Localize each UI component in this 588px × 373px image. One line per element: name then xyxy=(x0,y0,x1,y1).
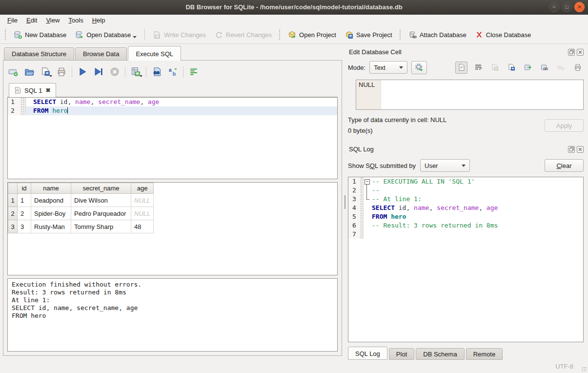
close-button[interactable]: ✕ xyxy=(574,2,585,12)
float-dock-icon[interactable] xyxy=(568,146,575,153)
tab-plot[interactable]: Plot xyxy=(389,348,414,360)
open-sql-file-icon[interactable] xyxy=(24,67,34,77)
encoding-indicator[interactable]: UTF-8 xyxy=(555,363,573,370)
minimize-button[interactable]: − xyxy=(549,2,559,12)
corner-header[interactable] xyxy=(8,183,18,194)
fold-spacer xyxy=(364,230,371,239)
fold-margin xyxy=(360,212,364,221)
menu-edit[interactable]: Edit xyxy=(22,16,41,25)
cell-id[interactable]: 3 xyxy=(18,220,31,233)
close-dock-icon[interactable] xyxy=(577,49,584,56)
mode-combobox[interactable]: Text xyxy=(369,61,407,74)
column-header-age[interactable]: age xyxy=(131,183,154,194)
clear-log-button[interactable]: Clear xyxy=(545,159,584,172)
cell-secret-name[interactable]: Pedro Parqueador xyxy=(71,207,131,220)
column-header-secret-name[interactable]: secret_name xyxy=(71,183,131,194)
menu-tools[interactable]: Tools xyxy=(64,16,87,25)
cell-name[interactable]: Rusty-Man xyxy=(31,220,71,233)
sql-editor[interactable]: 1 SELECT id, name, secret_name, age 2 FR… xyxy=(7,97,338,179)
save-sql-dropdown-caret[interactable] xyxy=(49,75,52,77)
save-sql-file-icon[interactable] xyxy=(41,67,50,77)
line-number: 4 xyxy=(348,204,360,212)
open-project-button[interactable]: Open Project xyxy=(284,28,341,41)
find-replace-icon[interactable]: ab xyxy=(168,67,178,77)
word-wrap-icon[interactable] xyxy=(472,62,484,74)
cell-age[interactable]: NULL xyxy=(131,207,154,220)
menubar: File Edit View Tools Help xyxy=(0,15,588,26)
cell-secret-name[interactable]: Tommy Sharp xyxy=(71,220,131,233)
float-dock-icon[interactable] xyxy=(568,49,575,56)
line-number: 1 xyxy=(8,98,20,106)
close-sql-tab-icon[interactable]: ✖ xyxy=(45,87,50,94)
maximize-button[interactable]: □ xyxy=(562,2,572,12)
window-controls: − □ ✕ xyxy=(549,2,585,12)
fold-margin xyxy=(360,230,364,239)
tab-execute-sql[interactable]: Execute SQL xyxy=(128,46,181,61)
results-message-splitter[interactable] xyxy=(7,275,338,278)
code-line: FROM hero xyxy=(26,106,337,115)
cell-id[interactable]: 2 xyxy=(18,207,31,220)
editor-results-splitter[interactable] xyxy=(7,179,338,182)
resize-grip[interactable] xyxy=(582,367,587,372)
tab-sql-log[interactable]: SQL Log xyxy=(348,347,387,360)
fold-collapse-icon[interactable] xyxy=(364,177,371,186)
tab-remote[interactable]: Remote xyxy=(466,348,503,360)
open-database-button[interactable]: Open Database xyxy=(71,28,141,41)
print-cell-icon[interactable] xyxy=(571,62,584,74)
row-header[interactable]: 3 xyxy=(8,220,18,233)
print-sql-icon[interactable] xyxy=(57,67,66,77)
find-icon[interactable] xyxy=(152,67,162,77)
cell-age[interactable]: 48 xyxy=(131,220,154,233)
cell-secret-name[interactable]: Dive Wilson xyxy=(71,194,131,207)
close-dock-icon[interactable] xyxy=(577,146,584,153)
execute-current-line-icon[interactable] xyxy=(94,67,103,77)
column-header-name[interactable]: name xyxy=(31,183,71,194)
cell-name[interactable]: Deadpond xyxy=(31,194,71,207)
cell-name[interactable]: Spider-Boy xyxy=(31,207,71,220)
link-cell-icon[interactable] xyxy=(538,62,550,74)
menu-file[interactable]: File xyxy=(3,16,22,25)
format-sql-icon[interactable] xyxy=(189,67,199,77)
open-database-dropdown-caret[interactable] xyxy=(133,36,137,38)
main-vertical-splitter[interactable] xyxy=(343,44,347,360)
new-database-button[interactable]: New Database xyxy=(9,28,71,41)
cell-id[interactable]: 1 xyxy=(18,194,31,207)
attach-database-button[interactable]: Attach Database xyxy=(404,28,471,41)
execute-all-icon[interactable] xyxy=(78,67,87,77)
toolbar-drag-handle[interactable] xyxy=(4,29,7,41)
apply-button: Apply xyxy=(545,119,584,132)
attach-database-icon xyxy=(408,31,417,39)
export-cell-icon[interactable] xyxy=(522,62,534,74)
save-results-icon[interactable] xyxy=(131,67,141,77)
sql-log-view[interactable]: 1 -- EXECUTING ALL IN 'SQL 1' 2 -- 3 -- … xyxy=(348,177,584,342)
save-results-dropdown-caret[interactable] xyxy=(140,75,142,77)
menu-help[interactable]: Help xyxy=(88,16,110,25)
row-header[interactable]: 2 xyxy=(8,207,18,220)
fold-margin xyxy=(360,195,364,204)
message-line: FROM hero xyxy=(12,312,333,320)
combo-arrow-icon xyxy=(462,165,466,167)
cell-age[interactable]: NULL xyxy=(131,194,154,207)
toolbar-drag-handle[interactable] xyxy=(399,29,402,41)
toolbar-drag-handle[interactable] xyxy=(279,29,281,41)
cell-value-editor[interactable]: NULL xyxy=(356,80,584,110)
close-database-button[interactable]: Close Database xyxy=(471,28,536,41)
execution-message-box[interactable]: Execution finished without errors. Resul… xyxy=(7,278,338,352)
sql-doc-tab[interactable]: SQL 1 ✖ xyxy=(9,83,56,97)
tab-browse-data[interactable]: Browse Data xyxy=(75,47,127,60)
save-cell-data-icon[interactable] xyxy=(505,62,517,74)
menu-view[interactable]: View xyxy=(41,16,64,25)
column-header-id[interactable]: id xyxy=(18,183,31,194)
save-project-button[interactable]: Save Project xyxy=(341,28,397,41)
tab-db-schema[interactable]: DB Schema xyxy=(416,348,464,360)
tab-database-structure[interactable]: Database Structure xyxy=(4,47,74,60)
cell-editor-gutter: NULL xyxy=(356,80,381,109)
main-tabbar: Database Structure Browse Data Execute S… xyxy=(3,45,342,60)
auto-switch-mode-button[interactable] xyxy=(411,61,427,74)
svg-text:b: b xyxy=(172,71,176,77)
text-mode-icon[interactable] xyxy=(455,62,467,74)
submitted-by-combobox[interactable]: User xyxy=(420,159,470,172)
fold-margin xyxy=(360,186,364,195)
row-header[interactable]: 1 xyxy=(8,194,18,207)
open-sql-tab-icon[interactable] xyxy=(8,67,18,77)
